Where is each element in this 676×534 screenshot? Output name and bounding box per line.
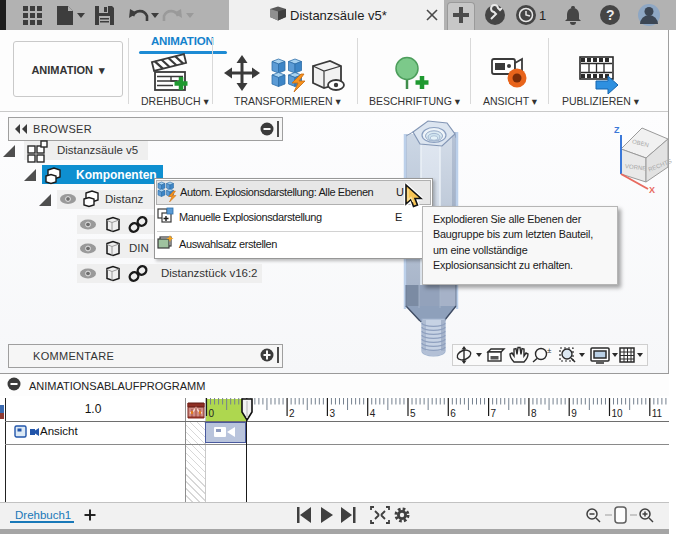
svg-text:±: ±	[547, 346, 552, 355]
svg-text:0: 0	[209, 408, 215, 419]
svg-text:4: 4	[370, 408, 376, 419]
svg-text:10: 10	[612, 408, 624, 419]
svg-text:?: ?	[606, 7, 615, 23]
svg-text:5: 5	[410, 408, 416, 419]
svg-text:Z: Z	[614, 125, 620, 135]
svg-text:3: 3	[329, 408, 335, 419]
svg-text:2: 2	[289, 408, 295, 419]
svg-text:1: 1	[539, 8, 546, 23]
svg-text:6: 6	[450, 408, 456, 419]
svg-text:8: 8	[531, 408, 537, 419]
svg-text:7: 7	[491, 408, 497, 419]
svg-text:9: 9	[571, 408, 577, 419]
svg-text:11: 11	[652, 408, 663, 419]
svg-text:X: X	[649, 185, 655, 195]
